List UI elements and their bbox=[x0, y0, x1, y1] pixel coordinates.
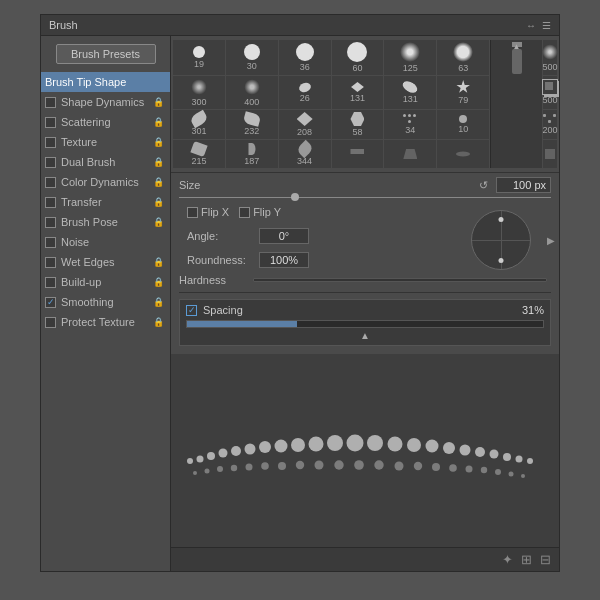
spacing-arrow: ▲ bbox=[186, 330, 544, 341]
flip-y-checkbox[interactable] bbox=[239, 207, 250, 218]
build-up-checkbox[interactable] bbox=[45, 277, 56, 288]
menu-icon[interactable]: ☰ bbox=[542, 20, 551, 31]
svg-point-5 bbox=[245, 443, 256, 454]
brush-grid-scrollbar[interactable]: ▲ bbox=[490, 40, 542, 168]
sidebar-item-transfer[interactable]: Transfer 🔒 bbox=[41, 192, 170, 212]
brush-cell-30[interactable]: 30 bbox=[226, 40, 278, 75]
brush-cell-232[interactable]: 232 bbox=[226, 110, 278, 139]
bottom-icon-grid[interactable]: ⊞ bbox=[521, 552, 532, 567]
sidebar-item-dual-brush[interactable]: Dual Brush 🔒 bbox=[41, 152, 170, 172]
svg-point-1 bbox=[197, 455, 204, 462]
brush-cell-500b[interactable]: 500 bbox=[543, 76, 557, 109]
brush-cell-60[interactable]: 60 bbox=[332, 40, 384, 75]
brush-cell-misc4[interactable] bbox=[543, 140, 557, 168]
brush-cell-208[interactable]: 208 bbox=[279, 110, 331, 139]
svg-point-33 bbox=[354, 460, 364, 470]
brush-cell-63[interactable]: 63 bbox=[437, 40, 489, 75]
brush-cell-400[interactable]: 400 bbox=[226, 76, 278, 109]
flip-y-check[interactable]: Flip Y bbox=[239, 206, 281, 218]
svg-point-35 bbox=[395, 461, 404, 470]
sidebar-item-smoothing[interactable]: ✓ Smoothing 🔒 bbox=[41, 292, 170, 312]
brush-cell-500[interactable]: 500 bbox=[543, 40, 557, 75]
sidebar: Brush Presets Brush Tip Shape Shape Dyna… bbox=[41, 36, 171, 571]
collapse-icon[interactable]: ↔ bbox=[526, 20, 536, 31]
brush-cell-misc2[interactable] bbox=[384, 140, 436, 168]
brush-cell-125[interactable]: 125 bbox=[384, 40, 436, 75]
lock-icon-transfer: 🔒 bbox=[153, 197, 164, 207]
color-dynamics-label: Color Dynamics bbox=[61, 176, 139, 188]
angle-circle-control[interactable] bbox=[471, 210, 531, 270]
brush-cell-200[interactable]: 200 bbox=[543, 110, 557, 139]
angle-input[interactable] bbox=[259, 228, 309, 244]
spacing-slider[interactable] bbox=[186, 320, 544, 328]
brush-preview-svg bbox=[171, 411, 559, 491]
brush-cell-131b[interactable]: 131 bbox=[384, 76, 436, 109]
svg-point-8 bbox=[291, 438, 305, 452]
roundness-input[interactable] bbox=[259, 252, 309, 268]
shape-dynamics-label: Shape Dynamics bbox=[61, 96, 144, 108]
brush-cell-34[interactable]: 34 bbox=[384, 110, 436, 139]
brush-cell-misc3[interactable] bbox=[437, 140, 489, 168]
bottom-icon-star[interactable]: ✦ bbox=[502, 552, 513, 567]
protect-texture-checkbox[interactable] bbox=[45, 317, 56, 328]
sidebar-item-color-dynamics[interactable]: Color Dynamics 🔒 bbox=[41, 172, 170, 192]
transfer-checkbox[interactable] bbox=[45, 197, 56, 208]
brush-cell-36[interactable]: 36 bbox=[279, 40, 331, 75]
size-reset-button[interactable]: ↺ bbox=[477, 179, 490, 192]
brush-cell-301[interactable]: 301 bbox=[173, 110, 225, 139]
sidebar-item-scattering[interactable]: Scattering 🔒 bbox=[41, 112, 170, 132]
svg-point-15 bbox=[426, 439, 439, 452]
sidebar-item-brush-pose[interactable]: Brush Pose 🔒 bbox=[41, 212, 170, 232]
dual-brush-checkbox[interactable] bbox=[45, 157, 56, 168]
smoothing-checkbox[interactable]: ✓ bbox=[45, 297, 56, 308]
brush-cell-58[interactable]: 58 bbox=[332, 110, 384, 139]
hardness-label: Hardness bbox=[179, 274, 249, 286]
lock-icon-color-dynamics: 🔒 bbox=[153, 177, 164, 187]
bottom-icon-minus[interactable]: ⊟ bbox=[540, 552, 551, 567]
spacing-fill bbox=[187, 321, 297, 327]
wet-edges-checkbox[interactable] bbox=[45, 257, 56, 268]
shape-dynamics-checkbox[interactable] bbox=[45, 97, 56, 108]
sidebar-item-wet-edges[interactable]: Wet Edges 🔒 bbox=[41, 252, 170, 272]
sidebar-item-protect-texture[interactable]: Protect Texture 🔒 bbox=[41, 312, 170, 332]
svg-point-10 bbox=[327, 435, 343, 451]
circle-arrow-right[interactable]: ▶ bbox=[547, 235, 555, 246]
spacing-label: Spacing bbox=[203, 304, 243, 316]
brush-cell-misc1[interactable] bbox=[332, 140, 384, 168]
content-area: 19 30 36 60 125 bbox=[171, 36, 559, 571]
svg-point-41 bbox=[495, 469, 501, 475]
svg-point-30 bbox=[296, 460, 304, 468]
color-dynamics-checkbox[interactable] bbox=[45, 177, 56, 188]
brush-cell-187[interactable]: 187 bbox=[226, 140, 278, 168]
brush-cell-344[interactable]: 344 bbox=[279, 140, 331, 168]
noise-checkbox[interactable] bbox=[45, 237, 56, 248]
svg-point-19 bbox=[490, 449, 499, 458]
panel-titlebar: Brush ↔ ☰ bbox=[41, 15, 559, 36]
sidebar-item-noise[interactable]: Noise bbox=[41, 232, 170, 252]
svg-point-43 bbox=[521, 474, 525, 478]
flip-x-check[interactable]: Flip X bbox=[187, 206, 229, 218]
brush-cell-131a[interactable]: 131 bbox=[332, 76, 384, 109]
hardness-bar[interactable] bbox=[253, 278, 547, 282]
sidebar-item-brush-tip-shape[interactable]: Brush Tip Shape bbox=[41, 72, 170, 92]
texture-checkbox[interactable] bbox=[45, 137, 56, 148]
brush-cell-79[interactable]: 79 bbox=[437, 76, 489, 109]
sidebar-item-shape-dynamics[interactable]: Shape Dynamics 🔒 bbox=[41, 92, 170, 112]
brush-pose-checkbox[interactable] bbox=[45, 217, 56, 228]
svg-point-12 bbox=[367, 435, 383, 451]
size-input[interactable] bbox=[496, 177, 551, 193]
sidebar-item-texture[interactable]: Texture 🔒 bbox=[41, 132, 170, 152]
brush-cell-215[interactable]: 215 bbox=[173, 140, 225, 168]
spacing-checkbox[interactable]: ✓ bbox=[186, 305, 197, 316]
flip-x-checkbox[interactable] bbox=[187, 207, 198, 218]
sidebar-item-build-up[interactable]: Build-up 🔒 bbox=[41, 272, 170, 292]
brush-cell-19[interactable]: 19 bbox=[173, 40, 225, 75]
brush-cell-26[interactable]: 26 bbox=[279, 76, 331, 109]
scattering-checkbox[interactable] bbox=[45, 117, 56, 128]
brush-presets-button[interactable]: Brush Presets bbox=[56, 44, 156, 64]
size-slider[interactable] bbox=[179, 197, 551, 198]
svg-point-7 bbox=[275, 439, 288, 452]
brush-cell-10[interactable]: 10 bbox=[437, 110, 489, 139]
brush-cell-300[interactable]: 300 bbox=[173, 76, 225, 109]
size-slider-handle[interactable] bbox=[291, 193, 299, 201]
